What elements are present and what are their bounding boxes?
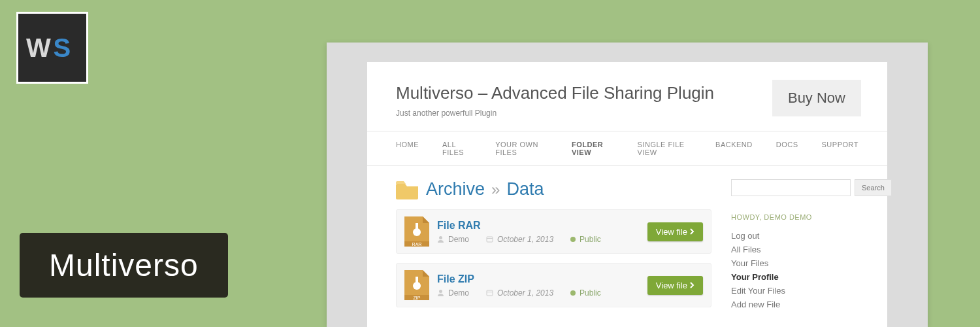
file-date: October 1, 2013 [486,288,553,298]
nav-item-backend[interactable]: BACKEND [715,131,753,165]
file-author: Demo [437,288,469,298]
ws-logo: WS [16,12,88,84]
file-date: October 1, 2013 [486,235,553,244]
svg-text:W: W [26,33,51,62]
nav-item-home[interactable]: HOME [396,131,419,165]
calendar-icon [486,235,493,243]
file-row: ZIP File ZIP Demo October 1, 2013 Public… [396,263,711,307]
file-visibility: Public [570,288,601,298]
file-zip-icon: ZIP [404,270,429,300]
svg-rect-7 [487,237,493,242]
nav-item-folder-view[interactable]: FOLDER VIEW [572,131,614,165]
file-rar-icon: RAR [404,216,429,247]
main-content: Archive » Data RAR File RAR Demo October… [396,179,711,317]
svg-text:ZIP: ZIP [414,296,421,300]
product-title: Multiverso [49,248,199,283]
folder-icon [396,180,419,199]
svg-point-13 [439,290,442,293]
breadcrumb-root[interactable]: Archive [426,179,485,199]
sidebar-link-your-files[interactable]: Your Files [731,256,858,270]
sidebar-link-your-profile[interactable]: Your Profile [731,270,858,284]
status-dot-icon [570,237,576,242]
calendar-icon [486,289,493,296]
sidebar-link-log-out[interactable]: Log out [731,229,858,243]
view-file-button[interactable]: View file [647,222,703,241]
sidebar: Search HOWDY, DEMO DEMO Log outAll Files… [731,179,858,317]
sidebar-link-add-new-file[interactable]: Add new File [731,298,858,311]
svg-rect-3 [416,223,418,232]
site-header: Multiverso – Advanced File Sharing Plugi… [367,62,887,131]
breadcrumb-current[interactable]: Data [506,179,544,199]
svg-text:RAR: RAR [412,242,422,247]
file-name-link[interactable]: File RAR [437,220,647,232]
search-input[interactable] [731,179,851,196]
nav-item-support[interactable]: SUPPORT [822,131,858,165]
file-row: RAR File RAR Demo October 1, 2013 Public… [396,209,711,254]
browser-frame: Multiverso – Advanced File Sharing Plugi… [327,43,928,327]
svg-rect-14 [487,290,493,296]
howdy-greeting: HOWDY, DEMO DEMO [731,213,858,221]
search-button[interactable]: Search [855,179,892,196]
breadcrumb-sep: » [491,181,500,199]
status-dot-icon [570,290,576,296]
sidebar-link-edit-your-files[interactable]: Edit Your Files [731,284,858,298]
nav-item-docs[interactable]: DOCS [776,131,798,165]
product-title-badge: Multiverso [20,233,228,298]
sidebar-link-all-files[interactable]: All Files [731,243,858,256]
main-nav: HOMEALL FILESYOUR OWN FILESFOLDER VIEWSI… [367,131,887,166]
file-name-link[interactable]: File ZIP [437,273,647,285]
svg-text:S: S [54,33,71,62]
chevron-right-icon [690,282,694,288]
view-file-button[interactable]: View file [647,276,703,295]
nav-item-all-files[interactable]: ALL FILES [442,131,472,165]
nav-item-your-own-files[interactable]: YOUR OWN FILES [495,131,548,165]
browser-content: Multiverso – Advanced File Sharing Plugi… [367,62,887,327]
file-visibility: Public [570,235,601,244]
svg-rect-10 [416,277,418,286]
svg-point-6 [439,236,442,239]
breadcrumb: Archive » Data [396,179,711,199]
sidebar-links: Log outAll FilesYour FilesYour ProfileEd… [731,229,858,311]
user-icon [437,289,444,296]
buy-now-button[interactable]: Buy Now [772,80,861,116]
file-author: Demo [437,235,469,244]
user-icon [437,235,444,243]
chevron-right-icon [690,228,694,235]
nav-item-single-file-view[interactable]: SINGLE FILE VIEW [638,131,692,165]
